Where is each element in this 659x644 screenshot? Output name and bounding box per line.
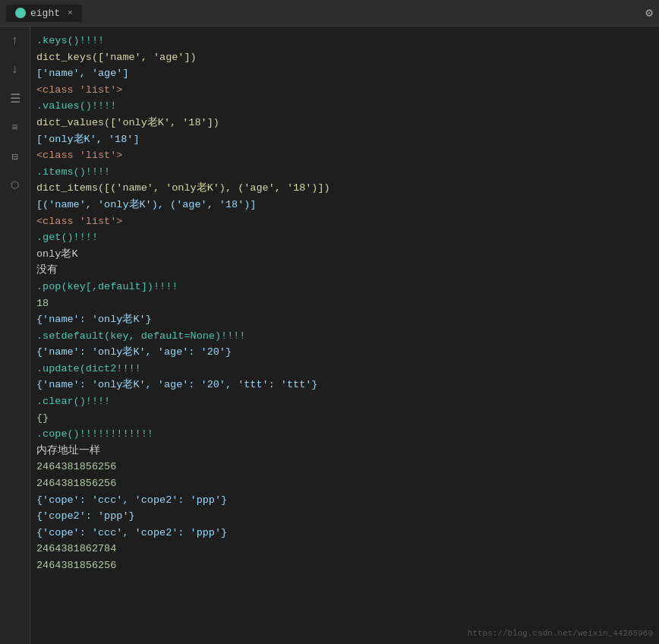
list-icon[interactable]: ☰ <box>7 90 24 107</box>
list-item: ['name', 'age'] <box>36 65 647 82</box>
arrow-up-icon[interactable]: ↑ <box>7 33 24 49</box>
list-item: dict_values(['only老K', '18']) <box>36 115 647 131</box>
list-item: <class 'list'> <box>36 82 647 99</box>
filter-icon[interactable]: ≡ <box>7 119 24 136</box>
title-bar-right: ⚙ <box>645 5 653 21</box>
content-area[interactable]: .keys()!!!!dict_keys(['name', 'age'])['n… <box>30 27 659 644</box>
title-bar-left: eight × <box>6 5 82 22</box>
list-item: {'cope2': 'ppp'} <box>36 508 647 525</box>
list-item: {} <box>36 410 647 427</box>
main-container: ↑ ↓ ☰ ≡ ⊟ ⬡ .keys()!!!!dict_keys(['name'… <box>0 27 659 644</box>
list-item: .clear()!!!! <box>36 393 647 410</box>
print-icon[interactable]: ⊟ <box>7 148 24 165</box>
list-item: 18 <box>36 295 647 312</box>
title-bar: eight × ⚙ <box>0 0 659 27</box>
tab-icon <box>15 8 26 18</box>
list-item: 内存地址一样 <box>36 443 647 459</box>
list-item: .keys()!!!! <box>36 33 647 49</box>
list-item: only老K <box>36 246 647 263</box>
list-item: {'cope': 'ccc', 'cope2': 'ppp'} <box>36 492 647 509</box>
list-item: .get()!!!! <box>36 229 647 246</box>
list-item: <class 'list'> <box>36 147 647 164</box>
delete-icon[interactable]: ⬡ <box>7 177 24 194</box>
gear-icon[interactable]: ⚙ <box>645 5 653 21</box>
list-item: <class 'list'> <box>36 213 647 230</box>
list-item: .items()!!!! <box>36 164 647 181</box>
tab[interactable]: eight × <box>6 5 82 22</box>
list-item: dict_keys(['name', 'age']) <box>36 49 647 66</box>
sidebar: ↑ ↓ ☰ ≡ ⊟ ⬡ <box>0 27 30 644</box>
list-item: {'name': 'only老K', 'age': '20'} <box>36 344 647 361</box>
tab-label: eight <box>30 8 60 19</box>
list-item: .update(dict2!!!! <box>36 361 647 377</box>
watermark: https://blog.csdn.net/weixin_44265960 <box>468 629 653 638</box>
list-item: 2464381856256 <box>36 475 647 492</box>
list-item: .pop(key[,default])!!!! <box>36 279 647 295</box>
list-item: dict_items([('name', 'only老K'), ('age', … <box>36 180 647 197</box>
list-item: 2464381856256 <box>36 459 647 475</box>
list-item: {'name': 'only老K', 'age': '20', 'ttt': '… <box>36 377 647 393</box>
list-item: ['only老K', '18'] <box>36 131 647 148</box>
tab-close[interactable]: × <box>68 8 73 17</box>
list-item: {'cope': 'ccc', 'cope2': 'ppp'} <box>36 525 647 541</box>
list-item: .setdefault(key, default=None)!!!! <box>36 328 647 345</box>
list-item: .values()!!!! <box>36 98 647 115</box>
list-item: .cope()!!!!!!!!!!!! <box>36 426 647 443</box>
list-item: 2464381862784 <box>36 541 647 557</box>
list-item: 2464381856256 <box>36 557 647 574</box>
list-item: 没有 <box>36 262 647 279</box>
arrow-down-icon[interactable]: ↓ <box>7 62 24 78</box>
list-item: {'name': 'only老K'} <box>36 311 647 328</box>
list-item: [('name', 'only老K'), ('age', '18')] <box>36 197 647 213</box>
